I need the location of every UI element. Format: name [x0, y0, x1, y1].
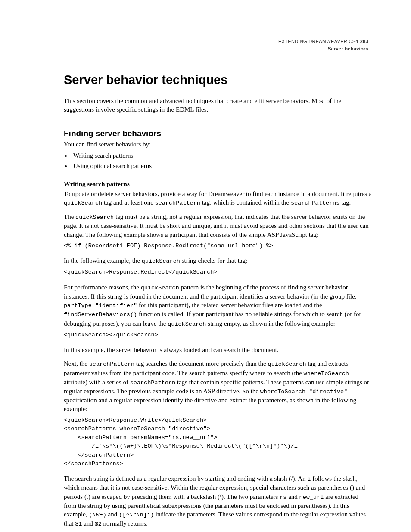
inline-code: $1: [75, 521, 82, 527]
inline-code: searchPattern: [89, 361, 134, 367]
body-paragraph: Next, the searchPattern tag searches the…: [64, 359, 372, 413]
inline-code: whereToSearch="directive": [260, 389, 348, 395]
list-item: Using optional search patterns: [72, 161, 372, 171]
body-paragraph: In the following example, the quickSearc…: [64, 256, 372, 265]
page-content: EXTENDING DREAMWEAVER CS4283 Server beha…: [0, 0, 411, 529]
inline-code: new_url: [299, 494, 324, 501]
body-paragraph: In this example, the server behavior is …: [64, 345, 372, 354]
inline-code: quickSearch: [168, 321, 206, 327]
heading-writing: Writing search patterns: [64, 180, 372, 188]
inline-code: quickSearch: [141, 285, 179, 291]
inline-code: searchPattern: [155, 200, 200, 206]
inline-code: whereToSearch: [304, 370, 349, 377]
inline-code: quickSearch: [268, 361, 306, 367]
inline-code: findServerBehaviors(): [64, 311, 137, 318]
code-block: <% if (Recordset1.EOF) Response.Redirect…: [64, 242, 372, 250]
page-title: Server behavior techniques: [64, 73, 372, 87]
list-item: Writing search patterns: [72, 150, 372, 161]
inline-code: quickSearch: [64, 200, 102, 206]
inline-code: searchPattern: [130, 380, 175, 386]
intro-paragraph: This section covers the common and advan…: [64, 96, 372, 114]
code-block: <quickSearch>Response.Redirect</quickSea…: [64, 268, 372, 277]
code-block: <quickSearch></quickSearch>: [64, 331, 372, 339]
bullet-list: Writing search patterns Using optional s…: [64, 150, 372, 171]
find-intro: You can find server behaviors by:: [64, 140, 372, 149]
code-block: <quickSearch>Response.Write</quickSearch…: [64, 416, 372, 469]
body-paragraph: The search string is defined as a regula…: [64, 474, 372, 528]
inline-code: rs: [280, 494, 286, 501]
running-header: EXTENDING DREAMWEAVER CS4283 Server beha…: [64, 38, 372, 52]
inline-code: partType="identifier": [64, 302, 137, 309]
body-paragraph: For performance reasons, the quickSearch…: [64, 283, 372, 328]
inline-code: quickSearch: [75, 214, 114, 221]
section-title: Server behaviors: [328, 46, 368, 51]
inline-code: (\w+): [89, 512, 106, 518]
body-paragraph: To update or delete server behaviors, pr…: [64, 190, 372, 207]
heading-finding: Finding server behaviors: [64, 129, 372, 138]
inline-code: searchPatterns: [291, 200, 339, 206]
inline-code: ([^\r\n]*): [119, 512, 154, 518]
inline-code: $2: [95, 521, 102, 527]
page-number: 283: [360, 39, 368, 44]
inline-code: quickSearch: [142, 258, 180, 264]
body-paragraph: The quickSearch tag must be a string, no…: [64, 212, 372, 239]
book-title: EXTENDING DREAMWEAVER CS4: [278, 39, 358, 44]
